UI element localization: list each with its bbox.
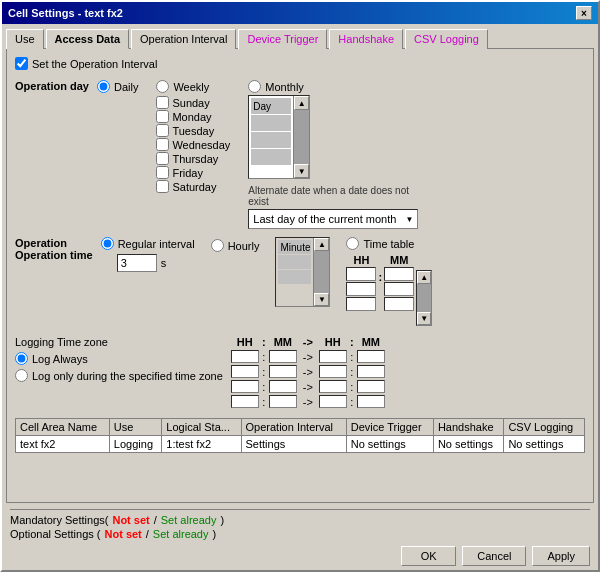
log-c1-4: : [260,396,268,408]
scroll-up-btn[interactable]: ▲ [294,96,309,110]
col-csv-logging: CSV Logging [504,419,585,436]
bottom-bar: Mandatory Settings( Not set / Set alread… [2,503,598,570]
log-mm2-3[interactable] [357,380,385,393]
tab-device-trigger[interactable]: Device Trigger [238,29,327,49]
log-specified-radio[interactable] [15,369,28,382]
cancel-button[interactable]: Cancel [462,546,526,566]
tuesday-checkbox[interactable] [156,124,169,137]
monthly-radio[interactable] [248,80,261,93]
hh-cell-2[interactable] [346,282,376,296]
day-listbox-scrollbar: ▲ ▼ [293,96,309,178]
timetable-radio[interactable] [346,237,359,250]
minute-scroll-up[interactable]: ▲ [314,238,329,251]
tab-use[interactable]: Use [6,29,44,49]
monthly-radio-row: Monthly [248,80,428,93]
thursday-checkbox[interactable] [156,152,169,165]
log-hh1-1[interactable] [231,350,259,363]
sunday-checkbox[interactable] [156,96,169,109]
tuesday-row: Tuesday [156,124,230,137]
log-c1-2: : [260,366,268,378]
log-row-1: : -> : [231,350,585,363]
log-specified-row: Log only during the specified time zone [15,369,223,382]
tab-handshake[interactable]: Handshake [329,29,403,49]
daily-radio-row: Daily [97,80,138,93]
operation-day-section: Operation day Daily Weekly Sunday [15,80,585,229]
saturday-label: Saturday [172,181,216,193]
log-hh1-4[interactable] [231,395,259,408]
cell-op-interval: Settings [241,436,346,453]
log-mm2-2[interactable] [357,365,385,378]
col-handshake: Handshake [433,419,504,436]
timetable-scroll-down[interactable]: ▼ [417,312,431,325]
log-always-radio[interactable] [15,352,28,365]
day-list-row2 [251,115,291,131]
log-hh2-1[interactable] [319,350,347,363]
minute-scroll-track [314,251,329,293]
tab-csv-logging[interactable]: CSV Logging [405,29,488,49]
monday-checkbox[interactable] [156,110,169,123]
optional-sep: / [146,528,149,540]
log-mm1-1[interactable] [269,350,297,363]
mm-cell-3[interactable] [384,297,414,311]
log-c2-2: : [348,366,356,378]
thursday-row: Thursday [156,152,230,165]
timetable-scroll-up[interactable]: ▲ [417,271,431,284]
log-always-label: Log Always [32,353,88,365]
log-arr-4: -> [298,396,318,408]
log-hh1-3[interactable] [231,380,259,393]
friday-label: Friday [172,167,203,179]
mandatory-set-already: Set already [161,514,217,526]
friday-checkbox[interactable] [156,166,169,179]
mm-cell-2[interactable] [384,282,414,296]
hourly-label: Hourly [228,240,260,252]
timetable-label: Time table [363,238,414,250]
col-cell-area: Cell Area Name [16,419,110,436]
log-mm1-3[interactable] [269,380,297,393]
regular-interval-radio[interactable] [101,237,114,250]
minute-scrollbar: ▲ ▼ [313,238,329,306]
hh-col: HH [346,254,376,311]
mm-cell-1[interactable] [384,267,414,281]
interval-value-row: s [117,254,195,272]
apply-button[interactable]: Apply [532,546,590,566]
log-mm2-4[interactable] [357,395,385,408]
log-c1-3: : [260,381,268,393]
day-listbox[interactable]: Day ▲ ▼ [248,95,310,179]
operation-time-label: Operation Operation time [15,237,93,261]
hh-cell-1[interactable] [346,267,376,281]
log-mm2-1[interactable] [357,350,385,363]
log-hh2-4[interactable] [319,395,347,408]
log-hh2-3[interactable] [319,380,347,393]
log-mm1-2[interactable] [269,365,297,378]
log-colon2-header: : [348,336,356,348]
cell-logical: 1:test fx2 [162,436,241,453]
optional-set-already: Set already [153,528,209,540]
minute-scroll-down[interactable]: ▼ [314,293,329,306]
table-row[interactable]: text fx2 Logging 1:test fx2 Settings No … [16,436,585,453]
interval-value-input[interactable] [117,254,157,272]
col-logical: Logical Sta... [162,419,241,436]
minute-listbox[interactable]: Minute ▲ ▼ [275,237,330,307]
log-hh1-2[interactable] [231,365,259,378]
logging-section: Logging Time zone Log Always Log only du… [15,336,585,408]
set-operation-checkbox-row: Set the Operation Interval [15,57,585,70]
log-hh2-2[interactable] [319,365,347,378]
scroll-down-btn[interactable]: ▼ [294,164,309,178]
set-operation-checkbox[interactable] [15,57,28,70]
weekly-radio[interactable] [156,80,169,93]
close-button[interactable]: × [576,6,592,20]
daily-radio[interactable] [97,80,110,93]
hourly-radio[interactable] [211,239,224,252]
log-specified-label: Log only during the specified time zone [32,370,223,382]
weekly-label: Weekly [173,81,209,93]
tab-operation-interval[interactable]: Operation Interval [131,29,236,49]
log-mm1-4[interactable] [269,395,297,408]
ok-button[interactable]: OK [401,546,456,566]
hh-cell-3[interactable] [346,297,376,311]
mandatory-label: Mandatory Settings( [10,514,108,526]
alternate-date-select[interactable]: Last day of the current month ▼ [248,209,418,229]
saturday-checkbox[interactable] [156,180,169,193]
cell-name: text fx2 [16,436,110,453]
wednesday-checkbox[interactable] [156,138,169,151]
tab-access-data[interactable]: Access Data [46,29,129,49]
